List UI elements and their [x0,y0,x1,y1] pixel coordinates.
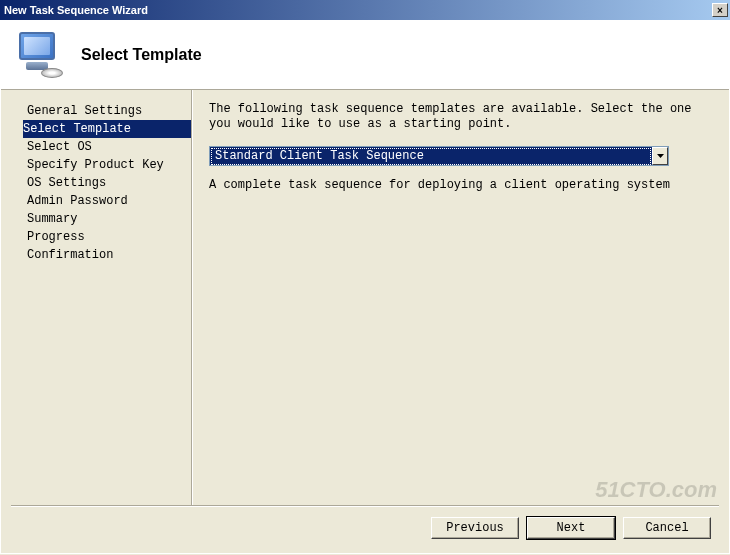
previous-button[interactable]: Previous [431,517,519,539]
main-panel: The following task sequence templates ar… [193,90,729,506]
sidebar-item-progress[interactable]: Progress [23,228,191,246]
instruction-text: The following task sequence templates ar… [209,102,711,132]
sidebar-item-confirmation[interactable]: Confirmation [23,246,191,264]
sidebar-item-select-os[interactable]: Select OS [23,138,191,156]
close-icon: × [717,5,723,16]
button-bar: Previous Next Cancel [431,517,711,539]
titlebar: New Task Sequence Wizard × [0,0,730,20]
dropdown-value: Standard Client Task Sequence [211,148,651,165]
sidebar-item-os-settings[interactable]: OS Settings [23,174,191,192]
sidebar-item-specify-product-key[interactable]: Specify Product Key [23,156,191,174]
window-title: New Task Sequence Wizard [4,4,148,16]
chevron-down-icon [652,147,668,165]
sidebar-item-admin-password[interactable]: Admin Password [23,192,191,210]
next-button[interactable]: Next [527,517,615,539]
template-description: A complete task sequence for deploying a… [209,178,711,193]
page-title: Select Template [81,46,202,64]
sidebar: General Settings Select Template Select … [1,90,191,506]
sidebar-item-general-settings[interactable]: General Settings [23,102,191,120]
header-panel: Select Template [1,20,729,90]
sidebar-item-summary[interactable]: Summary [23,210,191,228]
sidebar-item-select-template[interactable]: Select Template [23,120,191,138]
dialog-body: Select Template General Settings Select … [0,20,730,554]
close-button[interactable]: × [712,3,728,17]
content-area: General Settings Select Template Select … [1,90,729,506]
template-dropdown[interactable]: Standard Client Task Sequence [209,146,669,166]
horizontal-separator [11,505,719,507]
computer-icon [19,32,61,78]
cancel-button[interactable]: Cancel [623,517,711,539]
